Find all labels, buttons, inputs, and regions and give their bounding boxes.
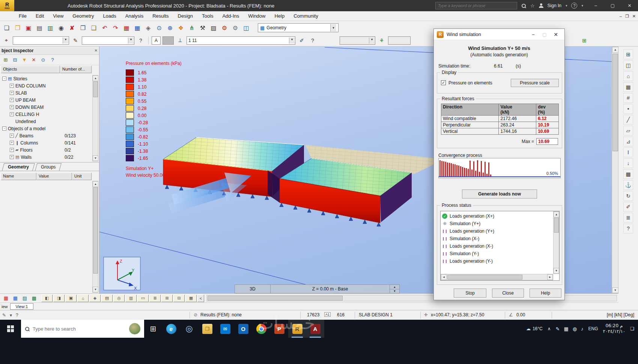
edit-selection-icon[interactable]: ✎ xyxy=(71,36,80,45)
process-status-listbox[interactable]: Loads generation (X+) Simulation (Y+) Lo… xyxy=(440,211,560,281)
process-status-item[interactable]: Loads generation (Y+) xyxy=(441,227,552,235)
zoom-button[interactable]: ⊙ xyxy=(154,23,164,33)
viewport-hscrollbar-thumb[interactable] xyxy=(208,296,343,301)
parameters-button[interactable]: ⚙ xyxy=(219,23,230,33)
process-vscrollbar[interactable]: ▲ ▼ xyxy=(553,211,559,274)
dialog-close-icon[interactable]: ✕ xyxy=(550,30,561,39)
keyword-search-input[interactable] xyxy=(435,2,517,9)
anchor-icon[interactable]: ⚓ xyxy=(623,180,633,190)
tree-item[interactable]: + ▰ Floors 0/2 xyxy=(1,146,92,153)
column-header-number[interactable]: Number of... xyxy=(60,66,92,73)
tab-geometry[interactable]: Geometry xyxy=(2,163,35,171)
story-selector-combo[interactable]: 1 11 xyxy=(187,36,295,45)
volume-icon[interactable]: ♪ xyxy=(581,326,584,332)
help-button[interactable]: Help xyxy=(530,289,561,298)
tree-expand-toggle[interactable]: + xyxy=(10,84,14,88)
design-layout-label[interactable]: SLAB DESIGN 1 xyxy=(359,312,393,317)
notes-icon[interactable]: ✎ xyxy=(2,313,6,318)
process-hscrollbar-thumb[interactable] xyxy=(447,275,522,280)
menu-item[interactable]: Tools xyxy=(197,11,218,21)
help-icon[interactable]: ? xyxy=(623,224,633,233)
scroll-right-icon[interactable]: ► xyxy=(547,274,553,280)
copy-button[interactable]: ❐ xyxy=(78,23,88,33)
measure-icon[interactable]: ✐ xyxy=(623,202,633,212)
menu-item[interactable]: Analysis xyxy=(121,11,148,21)
options-icon[interactable]: ▾ xyxy=(10,313,12,318)
layout-selector[interactable]: ▦ Geometry ▾ xyxy=(258,23,339,32)
scroll-left-icon[interactable]: ◄ xyxy=(441,274,447,280)
panel-close-icon[interactable]: ✕ xyxy=(95,48,98,53)
selection-help-icon[interactable]: ? xyxy=(136,36,145,45)
filter-combo[interactable] xyxy=(82,36,134,45)
measure-icon[interactable]: ✐ xyxy=(297,36,306,45)
measure-help-icon[interactable]: ? xyxy=(308,36,317,45)
window-control-button[interactable]: ▢ xyxy=(604,0,621,11)
tree-expand-toggle[interactable]: + xyxy=(10,105,14,109)
edge-icon[interactable]: e xyxy=(162,320,180,338)
search-highlight-image[interactable] xyxy=(129,323,140,334)
outlook-icon[interactable]: O xyxy=(234,320,252,338)
support-icon[interactable]: ⊿ xyxy=(623,137,633,146)
view-tab-8[interactable]: ▥ xyxy=(125,295,137,302)
tray-chevron-icon[interactable]: ∧ xyxy=(548,326,551,331)
tree-expand-toggle[interactable]: - xyxy=(2,77,6,81)
collapse-tree-icon[interactable]: ⊟ xyxy=(11,56,19,64)
viewport-vscrollbar[interactable]: ▲ ▼ xyxy=(612,47,618,293)
panel-icon[interactable]: ▱ xyxy=(623,126,633,135)
node-selector-icon[interactable]: ⌖ xyxy=(2,36,11,45)
view-tab-11[interactable]: ⊞ xyxy=(161,295,173,302)
grid-icon[interactable]: ▦ xyxy=(623,82,633,92)
window-control-button[interactable]: – xyxy=(587,0,604,11)
help-icon[interactable]: ? xyxy=(48,56,57,64)
column-header-name[interactable]: Name xyxy=(1,173,36,180)
menu-item[interactable]: Add-Ins xyxy=(218,11,244,21)
view-tab-7[interactable]: ◎ xyxy=(113,295,125,302)
section-shape-icon[interactable]: I xyxy=(623,147,633,157)
tree-item[interactable]: + UP BEAM xyxy=(1,96,92,104)
search-icon[interactable] xyxy=(521,3,526,8)
numbering-icon[interactable]: # xyxy=(623,93,633,103)
scroll-down-icon[interactable]: ▼ xyxy=(93,287,98,292)
view-tab-4[interactable]: ⌂ xyxy=(77,295,89,302)
chrome-icon[interactable] xyxy=(252,320,270,338)
view-tab-2[interactable]: ◨ xyxy=(53,295,65,302)
menu-item[interactable]: File xyxy=(14,11,31,21)
plane-down-icon[interactable]: ▼ xyxy=(390,289,399,293)
layers-icon[interactable]: ≣ xyxy=(623,213,633,223)
close-button[interactable]: Close xyxy=(492,289,524,298)
zoom-in-button[interactable]: ⊕ xyxy=(165,23,175,33)
process-status-item[interactable]: Loads generation (Y-) xyxy=(441,257,552,265)
menu-item[interactable]: Geometry xyxy=(68,11,98,21)
file-explorer-icon[interactable]: ❒ xyxy=(198,320,216,338)
menu-item[interactable]: View xyxy=(48,11,68,21)
menu-item[interactable]: Window xyxy=(244,11,270,21)
display-options-icon[interactable]: ◫ xyxy=(623,60,633,70)
tree-item[interactable]: - Objects of a model xyxy=(1,125,92,132)
cortana-icon[interactable]: ◎ xyxy=(180,320,198,338)
branch-button[interactable]: ⋔ xyxy=(187,23,197,33)
capture-button[interactable]: ◉ xyxy=(56,23,66,33)
pressure-checkbox-label[interactable]: Pressure on elements xyxy=(448,80,492,86)
tree-item[interactable]: + ▤ Walls 0/22 xyxy=(1,153,92,161)
process-status-item[interactable]: Simulation (Y+) xyxy=(441,220,552,227)
save-button[interactable]: ▣ xyxy=(23,23,34,33)
render-mode-icon[interactable] xyxy=(163,36,174,45)
tree-item[interactable]: - ▤ Stories xyxy=(1,75,92,82)
view-tab-5[interactable]: ◈ xyxy=(89,295,101,302)
new-file-button[interactable]: ❏ xyxy=(2,23,12,33)
start-button[interactable] xyxy=(0,320,21,338)
process-status-item[interactable]: Loads generation (X+) xyxy=(441,212,552,220)
tab-groups[interactable]: Groups xyxy=(35,163,62,171)
tree-item[interactable]: + ❙ Columns 0/141 xyxy=(1,139,92,146)
view-tab-3[interactable]: ▣ xyxy=(65,295,77,302)
tree-expand-toggle[interactable]: + xyxy=(10,98,14,102)
properties-scrollbar-thumb[interactable] xyxy=(93,187,98,274)
menu-item[interactable]: Loads xyxy=(98,11,120,21)
undo-button[interactable]: ↶ xyxy=(99,23,110,33)
search-icon[interactable]: ⊙ xyxy=(39,56,47,64)
tree-expand-toggle[interactable]: + xyxy=(10,91,14,95)
view-tab-9[interactable]: ▭ xyxy=(137,295,149,302)
tree-item[interactable]: Undefined xyxy=(1,118,92,125)
taskbar-search-input[interactable] xyxy=(33,326,126,332)
lock-button[interactable]: ◈ xyxy=(143,23,153,33)
